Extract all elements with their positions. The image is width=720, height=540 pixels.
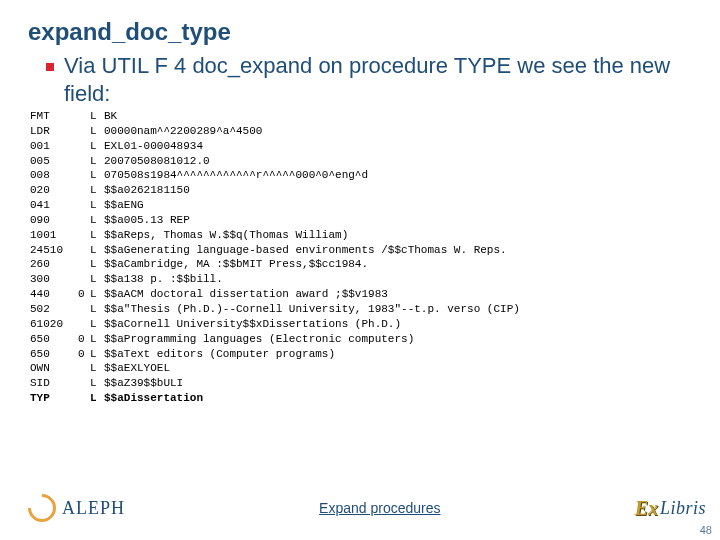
aleph-logo: ALEPH — [28, 494, 125, 522]
field-tag: 020 — [30, 183, 78, 198]
record-row: 001LEXL01-000048934 — [30, 139, 692, 154]
aleph-word: ALEPH — [62, 498, 125, 519]
field-value: 20070508081012.0 — [104, 154, 692, 169]
record-listing: FMTLBKLDRL00000nam^^2200289^a^4500001LEX… — [30, 109, 692, 406]
field-indicator — [78, 376, 90, 391]
field-code: L — [90, 347, 104, 362]
field-tag: SID — [30, 376, 78, 391]
field-value: $$aEXLYOEL — [104, 361, 692, 376]
field-indicator — [78, 154, 90, 169]
field-indicator — [78, 361, 90, 376]
field-tag: 260 — [30, 257, 78, 272]
field-code: L — [90, 332, 104, 347]
field-value: $$aProgramming languages (Electronic com… — [104, 332, 692, 347]
field-value: $$aText editors (Computer programs) — [104, 347, 692, 362]
field-indicator — [78, 272, 90, 287]
field-code: L — [90, 376, 104, 391]
record-row: 6500L$$aProgramming languages (Electroni… — [30, 332, 692, 347]
field-code: L — [90, 317, 104, 332]
exlibris-logo: Ex Libris — [635, 497, 706, 520]
field-value: $$aReps, Thomas W.$$q(Thomas William) — [104, 228, 692, 243]
field-value: $$aACM doctoral dissertation award ;$$v1… — [104, 287, 692, 302]
record-row: 300L$$a138 p. :$$bill. — [30, 272, 692, 287]
record-row: 24510L$$aGenerating language-based envir… — [30, 243, 692, 258]
field-code: L — [90, 228, 104, 243]
swirl-icon — [22, 488, 62, 528]
slide: expand_doc_type Via UTIL F 4 doc_expand … — [0, 0, 720, 540]
field-code: L — [90, 198, 104, 213]
field-value: $$a005.13 REP — [104, 213, 692, 228]
field-value: $$a138 p. :$$bill. — [104, 272, 692, 287]
field-tag: LDR — [30, 124, 78, 139]
field-tag: FMT — [30, 109, 78, 124]
field-code: L — [90, 124, 104, 139]
field-value: 00000nam^^2200289^a^4500 — [104, 124, 692, 139]
record-row: 041L$$aENG — [30, 198, 692, 213]
footer: ALEPH Expand procedures Ex Libris — [0, 488, 720, 528]
field-indicator: 0 — [78, 287, 90, 302]
field-tag: 008 — [30, 168, 78, 183]
field-indicator — [78, 124, 90, 139]
footer-center-link[interactable]: Expand procedures — [125, 500, 635, 516]
field-value: $$aENG — [104, 198, 692, 213]
field-indicator — [78, 139, 90, 154]
field-tag: 300 — [30, 272, 78, 287]
field-code: L — [90, 154, 104, 169]
bullet-text: Via UTIL F 4 doc_expand on procedure TYP… — [64, 52, 692, 107]
field-value: $$aCornell University$$xDissertations (P… — [104, 317, 692, 332]
field-code: L — [90, 139, 104, 154]
record-row: LDRL00000nam^^2200289^a^4500 — [30, 124, 692, 139]
field-code: L — [90, 183, 104, 198]
slide-title: expand_doc_type — [28, 18, 692, 46]
field-value: $$aCambridge, MA :$$bMIT Press,$$cc1984. — [104, 257, 692, 272]
page-number: 48 — [700, 524, 712, 536]
field-tag: 041 — [30, 198, 78, 213]
field-code: L — [90, 213, 104, 228]
field-value: $$aDissertation — [104, 391, 692, 406]
field-code: L — [90, 243, 104, 258]
exlibris-libris: Libris — [660, 498, 706, 519]
record-row: 4400L$$aACM doctoral dissertation award … — [30, 287, 692, 302]
field-indicator — [78, 302, 90, 317]
field-indicator — [78, 317, 90, 332]
field-tag: 1001 — [30, 228, 78, 243]
record-row: 020L$$a0262181150 — [30, 183, 692, 198]
bullet-marker-icon — [46, 63, 54, 71]
field-indicator — [78, 228, 90, 243]
field-code: L — [90, 168, 104, 183]
field-indicator — [78, 257, 90, 272]
field-code: L — [90, 361, 104, 376]
record-row: 502L$$a"Thesis (Ph.D.)--Cornell Universi… — [30, 302, 692, 317]
record-row: TYPL$$aDissertation — [30, 391, 692, 406]
field-indicator — [78, 243, 90, 258]
field-indicator — [78, 168, 90, 183]
field-value: $$aGenerating language-based environment… — [104, 243, 692, 258]
record-row: 008L070508s1984^^^^^^^^^^^^r^^^^^000^0^e… — [30, 168, 692, 183]
field-tag: OWN — [30, 361, 78, 376]
field-tag: 090 — [30, 213, 78, 228]
field-indicator — [78, 198, 90, 213]
record-row: 6500L$$aText editors (Computer programs) — [30, 347, 692, 362]
field-code: L — [90, 287, 104, 302]
field-code: L — [90, 257, 104, 272]
bullet-line: Via UTIL F 4 doc_expand on procedure TYP… — [46, 52, 692, 107]
record-row: 005L20070508081012.0 — [30, 154, 692, 169]
record-row: SIDL$$aZ39$$bULI — [30, 376, 692, 391]
field-indicator: 0 — [78, 332, 90, 347]
field-tag: TYP — [30, 391, 78, 406]
field-indicator — [78, 109, 90, 124]
field-indicator — [78, 183, 90, 198]
field-code: L — [90, 302, 104, 317]
record-row: 1001L$$aReps, Thomas W.$$q(Thomas Willia… — [30, 228, 692, 243]
field-value: 070508s1984^^^^^^^^^^^^r^^^^^000^0^eng^d — [104, 168, 692, 183]
field-tag: 650 — [30, 347, 78, 362]
record-row: OWNL$$aEXLYOEL — [30, 361, 692, 376]
field-indicator: 0 — [78, 347, 90, 362]
field-tag: 650 — [30, 332, 78, 347]
field-value: BK — [104, 109, 692, 124]
field-value: $$a"Thesis (Ph.D.)--Cornell University, … — [104, 302, 692, 317]
field-value: EXL01-000048934 — [104, 139, 692, 154]
field-tag: 001 — [30, 139, 78, 154]
record-row: 260L$$aCambridge, MA :$$bMIT Press,$$cc1… — [30, 257, 692, 272]
field-tag: 440 — [30, 287, 78, 302]
